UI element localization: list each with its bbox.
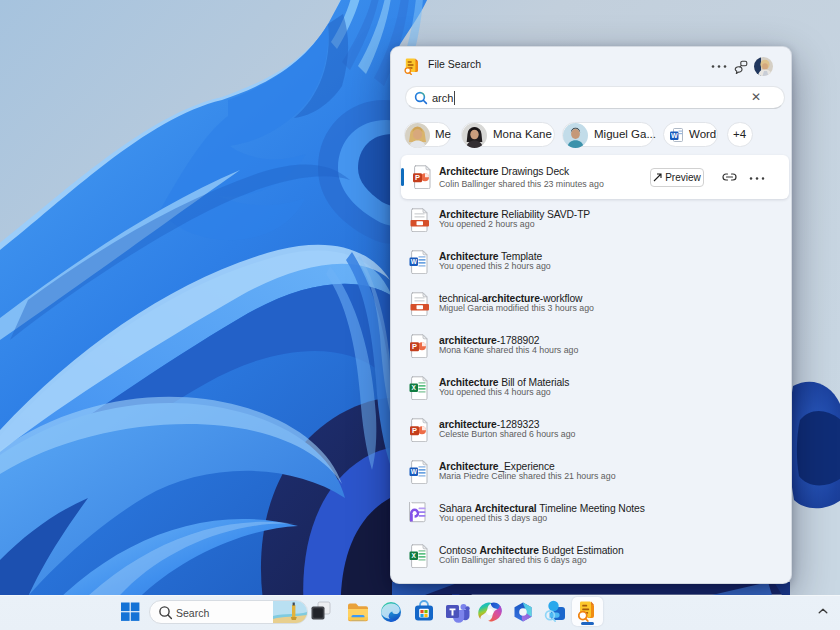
svg-text:P: P [415,173,420,182]
svg-text:X: X [412,384,417,391]
svg-text:P: P [412,342,417,351]
svg-text:X: X [412,552,417,559]
svg-text:W: W [411,258,418,265]
svg-text:W: W [671,132,678,139]
svg-text:W: W [411,468,418,475]
svg-text:P: P [412,426,417,435]
